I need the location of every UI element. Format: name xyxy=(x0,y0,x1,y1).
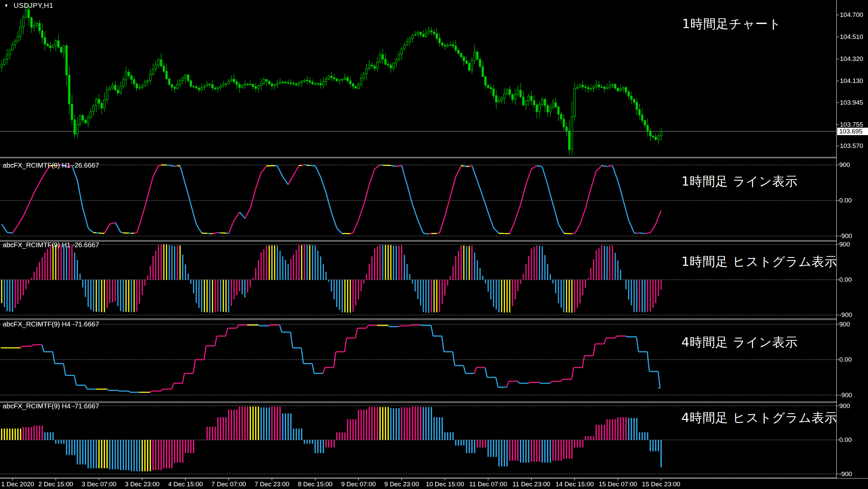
indicator-axis-label: 900 xyxy=(839,321,850,328)
price-axis-label: 104.510 xyxy=(840,33,863,41)
date-axis-label: 9 Dec 23:00 xyxy=(384,481,419,488)
indicator-axis-label: -900 xyxy=(839,232,852,240)
date-axis-label: 14 Dec 15:00 xyxy=(555,481,594,488)
price-axis-label: 103.945 xyxy=(840,99,863,106)
chart-window: ▼ USDJPY,H1 abcFX_RCIMTF(9) H1 -26.6667 … xyxy=(0,0,868,489)
indicator-axis-label: 0.00 xyxy=(839,276,852,283)
price-axis-label: 104.130 xyxy=(840,77,863,85)
price-axis-label: 104.700 xyxy=(840,11,863,19)
indicator-label-h4-line: abcFX_RCIMTF(9) H4 -71.6667 xyxy=(3,320,99,328)
date-axis-label: 3 Dec 07:00 xyxy=(82,481,116,488)
date-axis-label: 11 Dec 07:00 xyxy=(469,481,507,488)
current-price-box: 103.695 xyxy=(837,128,868,135)
indicator-label-h4-histogram: abcFX_RCIMTF(9) H4 -71.6667 xyxy=(3,402,99,410)
annotation-h1-histogram: 1時間足 ヒストグラム表示 xyxy=(681,253,838,270)
date-axis-label: 11 Dec 23:00 xyxy=(512,481,550,488)
date-axis-label: 8 Dec 15:00 xyxy=(298,481,332,488)
price-axis-label: 103.755 xyxy=(840,121,863,128)
date-axis-label: 15 Dec 23:00 xyxy=(642,481,680,488)
indicator-label-h1-histogram: abcFX_RCIMTF(9) H1 -26.6667 xyxy=(3,241,99,249)
date-axis-label: 9 Dec 07:00 xyxy=(341,481,376,488)
indicator-axis-label: 900 xyxy=(839,402,850,410)
price-axis-label: 104.320 xyxy=(840,55,863,63)
indicator-axis-label: -900 xyxy=(839,311,852,319)
annotation-h4-line: 4時間足 ライン表示 xyxy=(681,334,798,351)
date-axis-label: 10 Dec 15:00 xyxy=(426,481,464,488)
indicator-axis-label: 0.00 xyxy=(839,197,852,204)
symbol-dropdown-icon[interactable]: ▼ xyxy=(4,3,8,8)
date-axis-label: 2 Dec 15:00 xyxy=(38,481,73,488)
date-axis-label: 3 Dec 23:00 xyxy=(125,481,160,488)
date-axis-label: 7 Dec 23:00 xyxy=(255,481,289,488)
indicator-axis-label: -900 xyxy=(839,391,852,399)
symbol-label[interactable]: USDJPY,H1 xyxy=(14,1,53,9)
annotation-h1-chart: 1時間足チャート xyxy=(682,16,781,33)
annotation-h4-histogram: 4時間足 ヒストグラム表示 xyxy=(681,409,838,426)
indicator-label-h1-line: abcFX_RCIMTF(9) H1 -26.6667 xyxy=(3,162,99,169)
price-axis-label: 103.570 xyxy=(840,142,863,150)
date-axis-label: 4 Dec 15:00 xyxy=(168,481,203,488)
date-axis-label: 15 Dec 07:00 xyxy=(599,481,637,488)
indicator-axis-label: 900 xyxy=(839,241,850,248)
date-axis-label: 7 Dec 07:00 xyxy=(211,481,246,488)
indicator-axis-label: -900 xyxy=(839,470,852,478)
indicator-axis-label: 0.00 xyxy=(839,436,852,444)
date-axis-label: 1 Dec 2020 xyxy=(1,481,34,488)
annotation-h1-line: 1時間足 ライン表示 xyxy=(681,173,798,190)
indicator-axis-label: 0.00 xyxy=(839,356,852,363)
indicator-axis-label: 900 xyxy=(839,161,850,169)
